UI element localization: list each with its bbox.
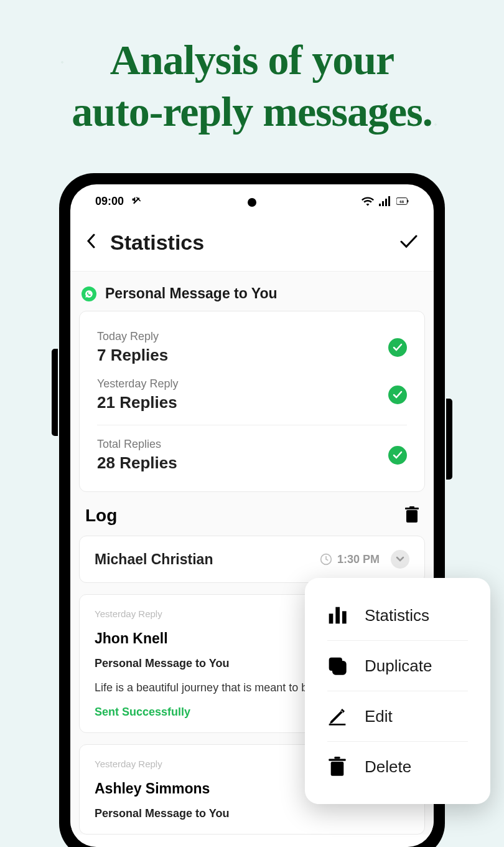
- svg-rect-3: [388, 196, 390, 206]
- menu-label: Duplicate: [365, 656, 432, 676]
- stat-total-value: 28 Replies: [97, 453, 177, 473]
- status-time: 09:00: [95, 195, 124, 208]
- edit-icon: [327, 706, 347, 726]
- divider: [97, 425, 407, 425]
- log-item-collapsed[interactable]: Michael Christian 1:30 PM: [79, 536, 425, 583]
- signal-icon: [379, 196, 391, 206]
- stat-today-label: Today Reply: [97, 330, 168, 343]
- menu-item-edit[interactable]: Edit: [327, 691, 468, 741]
- menu-label: Delete: [365, 757, 411, 777]
- chevron-down-icon: [396, 556, 404, 562]
- stat-yesterday-label: Yesterday Reply: [97, 377, 178, 390]
- svg-rect-17: [329, 724, 346, 726]
- svg-rect-7: [406, 510, 418, 523]
- stat-total-label: Total Replies: [97, 438, 177, 451]
- camera-dot: [248, 198, 256, 207]
- back-button[interactable]: [86, 233, 95, 253]
- svg-rect-20: [334, 757, 340, 759]
- phone-side-button-left: [52, 349, 58, 436]
- svg-rect-18: [331, 762, 344, 776]
- app-header: Statistics: [70, 218, 434, 272]
- svg-rect-0: [379, 204, 381, 206]
- svg-rect-9: [409, 506, 414, 508]
- stat-total-row: Total Replies 28 Replies: [97, 432, 407, 479]
- svg-rect-1: [382, 201, 384, 206]
- confirm-button[interactable]: [400, 235, 418, 251]
- context-menu: Statistics Duplicate Edit Delete: [305, 578, 490, 804]
- check-icon: [393, 390, 403, 399]
- battery-icon: 68: [396, 196, 409, 206]
- phone-side-button-right: [446, 399, 452, 480]
- svg-rect-11: [329, 613, 334, 623]
- wifi-icon: [362, 196, 374, 206]
- menu-item-statistics[interactable]: Statistics: [327, 590, 468, 640]
- mute-icon: [131, 196, 142, 207]
- svg-rect-16: [333, 661, 345, 674]
- svg-rect-12: [335, 607, 340, 624]
- expand-button[interactable]: [391, 550, 409, 569]
- promo-headline: Analysis of your auto-reply messages.: [0, 34, 504, 138]
- log-header: Log: [79, 492, 425, 536]
- log-item-time: 1:30 PM: [320, 553, 380, 566]
- check-badge: [388, 386, 407, 404]
- stat-today-row: Today Reply 7 Replies: [97, 324, 407, 371]
- headline-line1: Analysis of your: [110, 36, 394, 83]
- whatsapp-icon: [82, 286, 96, 301]
- page-title: Statistics: [110, 230, 204, 255]
- log-subject: Personal Message to You: [95, 807, 409, 820]
- svg-rect-5: [408, 200, 408, 202]
- log-title: Log: [85, 506, 117, 526]
- svg-text:68: 68: [399, 200, 404, 204]
- svg-rect-13: [342, 611, 347, 623]
- menu-label: Statistics: [365, 606, 429, 625]
- duplicate-icon: [327, 656, 347, 676]
- check-badge: [388, 446, 407, 465]
- section-header: Personal Message to You: [79, 283, 425, 311]
- log-time-text: 1:30 PM: [337, 553, 380, 566]
- menu-item-delete[interactable]: Delete: [327, 741, 468, 792]
- chevron-left-icon: [86, 234, 95, 248]
- check-icon: [400, 235, 418, 248]
- check-icon: [393, 343, 403, 352]
- bar-chart-icon: [327, 605, 347, 625]
- section-title: Personal Message to You: [105, 285, 278, 302]
- stat-yesterday-value: 21 Replies: [97, 393, 178, 412]
- check-badge: [388, 338, 407, 357]
- menu-item-duplicate[interactable]: Duplicate: [327, 640, 468, 691]
- trash-icon: [405, 506, 419, 523]
- svg-rect-19: [329, 759, 345, 760]
- svg-rect-2: [385, 199, 387, 206]
- stat-yesterday-row: Yesterday Reply 21 Replies: [97, 371, 407, 419]
- headline-line2: auto-reply messages.: [72, 88, 432, 135]
- clock-icon: [320, 553, 332, 565]
- check-icon: [393, 451, 403, 460]
- trash-icon: [327, 757, 347, 777]
- clear-log-button[interactable]: [405, 506, 419, 525]
- log-item-name: Michael Christian: [95, 551, 213, 568]
- menu-label: Edit: [365, 707, 393, 726]
- stat-today-value: 7 Replies: [97, 346, 168, 365]
- stats-card: Today Reply 7 Replies Yesterday Reply 21…: [79, 311, 425, 492]
